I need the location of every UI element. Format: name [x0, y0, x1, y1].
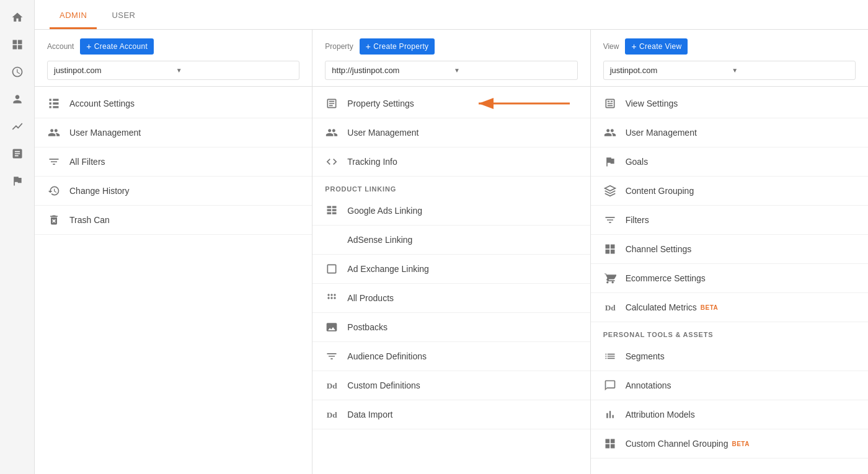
segments-label: Segments [626, 351, 665, 361]
property-header: Property + Create Property [312, 30, 590, 61]
account-dropdown-arrow: ▼ [176, 67, 293, 74]
adsense-linking-icon [325, 233, 339, 247]
data-import-label: Data Import [347, 410, 392, 419]
account-settings-item[interactable]: Account Settings [35, 89, 312, 118]
view-user-management-item[interactable]: User Management [591, 118, 868, 147]
sidebar-users[interactable] [5, 87, 30, 112]
all-products-icon [325, 291, 339, 305]
all-filters-label: All Filters [69, 157, 105, 167]
create-view-button[interactable]: + Create View [625, 38, 688, 55]
annotations-icon [603, 379, 617, 392]
sidebar-home[interactable] [5, 5, 30, 30]
view-filters-item[interactable]: Filters [591, 206, 868, 235]
orange-arrow-svg [474, 94, 573, 113]
create-account-button[interactable]: + Create Account [80, 38, 154, 55]
segments-item[interactable]: Segments [591, 342, 868, 371]
audience-definitions-icon [325, 349, 339, 363]
annotations-item[interactable]: Annotations [591, 371, 868, 400]
custom-channel-grouping-item[interactable]: Custom Channel Grouping BETA [591, 429, 868, 459]
view-column: View + Create View justinpot.com ▼ View … [591, 30, 868, 474]
property-user-management-item[interactable]: User Management [312, 118, 590, 147]
change-history-label: Change History [69, 186, 130, 196]
account-dropdown[interactable]: justinpot.com ▼ [47, 61, 299, 80]
content-grouping-item[interactable]: Content Grouping [591, 177, 868, 206]
custom-definitions-icon: Dd [325, 379, 339, 392]
account-user-management-icon [47, 126, 61, 139]
view-user-management-icon [603, 126, 617, 139]
view-settings-icon [603, 97, 617, 110]
calculated-metrics-item[interactable]: Dd Calculated Metrics BETA [591, 293, 868, 322]
property-settings-item[interactable]: Property Settings [312, 89, 590, 118]
property-dropdown-value: http://justinpot.com [332, 66, 449, 75]
sidebar-flag[interactable] [5, 169, 30, 193]
view-dropdown-value: justinpot.com [610, 66, 727, 75]
svg-point-7 [334, 297, 336, 299]
view-dropdown[interactable]: justinpot.com ▼ [603, 61, 856, 80]
postbacks-icon [325, 320, 339, 334]
tab-admin[interactable]: ADMIN [50, 11, 97, 29]
view-filters-icon [603, 213, 617, 227]
account-divider [35, 86, 312, 87]
account-column: Account + Create Account justinpot.com ▼… [35, 30, 312, 474]
attribution-models-item[interactable]: Attribution Models [591, 400, 868, 429]
svg-point-6 [331, 297, 333, 299]
view-divider [591, 86, 868, 87]
view-settings-label: View Settings [626, 99, 678, 108]
goals-label: Goals [626, 157, 649, 167]
postbacks-item[interactable]: Postbacks [312, 313, 590, 342]
property-settings-icon [325, 97, 339, 110]
annotations-label: Annotations [626, 380, 671, 390]
custom-definitions-label: Custom Definitions [347, 380, 420, 390]
data-import-icon: Dd [325, 408, 339, 421]
ecommerce-settings-item[interactable]: Ecommerce Settings [591, 264, 868, 293]
product-linking-section: PRODUCT LINKING [312, 177, 590, 196]
goals-item[interactable]: Goals [591, 147, 868, 177]
attribution-models-label: Attribution Models [626, 410, 695, 419]
segments-icon [603, 349, 617, 363]
sidebar-dashboard[interactable] [5, 32, 30, 57]
tab-user[interactable]: USER [102, 11, 145, 29]
google-ads-linking-item[interactable]: Google Ads Linking [312, 196, 590, 226]
audience-definitions-item[interactable]: Audience Definitions [312, 342, 590, 371]
view-user-management-label: User Management [626, 128, 697, 138]
channel-settings-label: Channel Settings [626, 244, 692, 254]
adsense-linking-item[interactable]: AdSense Linking [312, 226, 590, 255]
sidebar-behavior[interactable] [5, 141, 30, 166]
property-divider [312, 86, 590, 87]
create-property-button[interactable]: + Create Property [360, 38, 435, 55]
change-history-item[interactable]: Change History [35, 177, 312, 206]
view-label: View [603, 42, 619, 51]
personal-tools-section: PERSONAL TOOLS & ASSETS [591, 322, 868, 342]
property-column: Property + Create Property http://justin… [312, 30, 590, 474]
custom-channel-grouping-icon [603, 437, 617, 450]
all-filters-item[interactable]: All Filters [35, 147, 312, 177]
svg-text:Dd: Dd [604, 303, 616, 312]
top-tabs: ADMIN USER [35, 0, 868, 30]
data-import-item[interactable]: Dd Data Import [312, 400, 590, 429]
ecommerce-settings-label: Ecommerce Settings [626, 273, 706, 283]
google-ads-linking-icon [325, 204, 339, 217]
trash-can-label: Trash Can [69, 215, 110, 225]
calculated-metrics-icon: Dd [603, 301, 617, 314]
custom-definitions-item[interactable]: Dd Custom Definitions [312, 371, 590, 400]
svg-text:Dd: Dd [327, 381, 338, 390]
property-dropdown[interactable]: http://justinpot.com ▼ [325, 61, 577, 80]
custom-channel-grouping-label: Custom Channel Grouping [626, 439, 728, 449]
ad-exchange-linking-item[interactable]: Ad Exchange Linking [312, 255, 590, 284]
view-header: View + Create View [591, 30, 868, 61]
sidebar-reports[interactable] [5, 59, 30, 84]
account-label: Account [47, 42, 74, 51]
channel-settings-item[interactable]: Channel Settings [591, 235, 868, 264]
tracking-info-item[interactable]: Tracking Info [312, 147, 590, 177]
orange-arrow-annotation [474, 94, 573, 113]
sidebar [0, 0, 35, 474]
sidebar-acquisition[interactable] [5, 114, 30, 139]
view-settings-item[interactable]: View Settings [591, 89, 868, 118]
all-products-item[interactable]: All Products [312, 284, 590, 313]
svg-point-4 [334, 294, 336, 296]
goals-icon [603, 155, 617, 169]
postbacks-label: Postbacks [347, 322, 388, 332]
main-content: ADMIN USER Account + Create Account just… [35, 0, 868, 474]
account-user-management-item[interactable]: User Management [35, 118, 312, 147]
trash-can-item[interactable]: Trash Can [35, 206, 312, 235]
